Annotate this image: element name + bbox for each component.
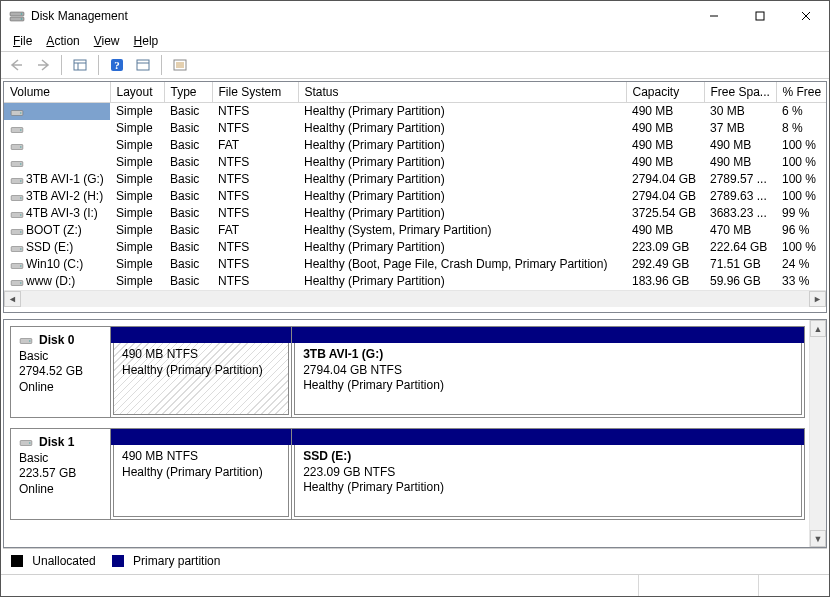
maximize-button[interactable] (737, 1, 783, 31)
scroll-left-icon[interactable]: ◄ (4, 291, 21, 307)
partition-title: 3TB AVI-1 (G:) (303, 347, 793, 363)
legend-primary: Primary partition (112, 554, 221, 568)
cell-free: 222.64 GB (704, 239, 776, 256)
cell-fs: NTFS (212, 256, 298, 273)
partition[interactable]: SSD (E:)223.09 GB NTFSHealthy (Primary P… (291, 429, 804, 519)
volume-cell[interactable]: SSD (E:) (4, 239, 110, 256)
disk-name: Disk 1 (39, 435, 74, 449)
disk-info[interactable]: Disk 1Basic223.57 GBOnline (11, 429, 111, 519)
table-row[interactable]: SimpleBasicNTFSHealthy (Primary Partitio… (4, 103, 826, 120)
volume-cell[interactable]: BOOT (Z:) (4, 222, 110, 239)
table-row[interactable]: SimpleBasicNTFSHealthy (Primary Partitio… (4, 120, 826, 137)
partition-size: 223.09 GB NTFS (303, 465, 793, 481)
table-row[interactable]: 3TB AVI-1 (G:)SimpleBasicNTFSHealthy (Pr… (4, 171, 826, 188)
drive-icon (10, 158, 24, 168)
table-row[interactable]: SimpleBasicNTFSHealthy (Primary Partitio… (4, 154, 826, 171)
show-hide-console-button[interactable] (68, 54, 92, 76)
disk-name: Disk 0 (39, 333, 74, 347)
table-row[interactable]: Win10 (C:)SimpleBasicNTFSHealthy (Boot, … (4, 256, 826, 273)
table-row[interactable]: SimpleBasicFATHealthy (Primary Partition… (4, 137, 826, 154)
col-filesystem[interactable]: File System (212, 82, 298, 103)
partition[interactable]: 3TB AVI-1 (G:)2794.04 GB NTFSHealthy (Pr… (291, 327, 804, 417)
menu-file[interactable]: File (7, 32, 38, 50)
scroll-down-icon[interactable]: ▼ (810, 530, 826, 547)
forward-button[interactable] (31, 54, 55, 76)
volume-cell[interactable]: www (D:) (4, 273, 110, 290)
col-free[interactable]: Free Spa... (704, 82, 776, 103)
cell-pct: 100 % (776, 154, 826, 171)
volume-cell[interactable] (4, 120, 110, 137)
cell-cap: 490 MB (626, 137, 704, 154)
cell-type: Basic (164, 205, 212, 222)
help-button[interactable]: ? (105, 54, 129, 76)
partition[interactable]: 490 MB NTFSHealthy (Primary Partition) (111, 429, 291, 519)
volume-name: BOOT (Z:) (26, 223, 82, 237)
menu-view[interactable]: View (88, 32, 126, 50)
cell-fs: FAT (212, 222, 298, 239)
cell-pct: 100 % (776, 171, 826, 188)
svg-point-38 (20, 265, 22, 267)
back-button[interactable] (5, 54, 29, 76)
table-row[interactable]: www (D:)SimpleBasicNTFSHealthy (Primary … (4, 273, 826, 290)
partition-color-bar (292, 429, 804, 445)
cell-cap: 183.96 GB (626, 273, 704, 290)
horizontal-scrollbar[interactable]: ◄ ► (4, 290, 826, 307)
app-icon (9, 8, 25, 24)
volume-cell[interactable]: 3TB AVI-1 (G:) (4, 171, 110, 188)
vertical-scrollbar[interactable]: ▲ ▼ (809, 320, 826, 547)
view-list-button[interactable] (168, 54, 192, 76)
svg-point-30 (20, 197, 22, 199)
cell-cap: 490 MB (626, 222, 704, 239)
cell-status: Healthy (Primary Partition) (298, 188, 626, 205)
volume-name: 4TB AVI-3 (I:) (26, 206, 98, 220)
menu-action[interactable]: Action (40, 32, 85, 50)
partition-status: Healthy (Primary Partition) (122, 363, 280, 379)
disk-type: Basic (19, 451, 48, 465)
col-capacity[interactable]: Capacity (626, 82, 704, 103)
cell-layout: Simple (110, 273, 164, 290)
cell-status: Healthy (Primary Partition) (298, 273, 626, 290)
partition[interactable]: 490 MB NTFSHealthy (Primary Partition) (111, 327, 291, 417)
partition-color-bar (111, 327, 291, 343)
table-row[interactable]: BOOT (Z:)SimpleBasicFATHealthy (System, … (4, 222, 826, 239)
cell-fs: NTFS (212, 103, 298, 120)
menu-help[interactable]: Help (128, 32, 165, 50)
col-type[interactable]: Type (164, 82, 212, 103)
scroll-right-icon[interactable]: ► (809, 291, 826, 307)
cell-pct: 6 % (776, 103, 826, 120)
volume-cell[interactable]: 4TB AVI-3 (I:) (4, 205, 110, 222)
drive-icon (10, 260, 24, 270)
scrollbar-track[interactable] (21, 291, 809, 307)
table-row[interactable]: 3TB AVI-2 (H:)SimpleBasicNTFSHealthy (Pr… (4, 188, 826, 205)
partition-title: SSD (E:) (303, 449, 793, 465)
cell-pct: 33 % (776, 273, 826, 290)
volume-name: 3TB AVI-1 (G:) (26, 172, 104, 186)
col-status[interactable]: Status (298, 82, 626, 103)
col-pctfree[interactable]: % Free (776, 82, 826, 103)
volume-cell[interactable] (4, 154, 110, 171)
table-row[interactable]: 4TB AVI-3 (I:)SimpleBasicNTFSHealthy (Pr… (4, 205, 826, 222)
partition-color-bar (111, 429, 291, 445)
volume-cell[interactable] (4, 103, 110, 120)
column-header-row: Volume Layout Type File System Status Ca… (4, 82, 826, 103)
svg-point-28 (20, 180, 22, 182)
col-layout[interactable]: Layout (110, 82, 164, 103)
scrollbar-track[interactable] (810, 337, 826, 530)
disk-info[interactable]: Disk 0Basic2794.52 GBOnline (11, 327, 111, 417)
scroll-up-icon[interactable]: ▲ (810, 320, 826, 337)
drive-icon (10, 277, 24, 287)
table-row[interactable]: SSD (E:)SimpleBasicNTFSHealthy (Primary … (4, 239, 826, 256)
volume-cell[interactable]: 3TB AVI-2 (H:) (4, 188, 110, 205)
close-button[interactable] (783, 1, 829, 31)
legend-unallocated-label: Unallocated (32, 554, 95, 568)
cell-cap: 223.09 GB (626, 239, 704, 256)
volume-cell[interactable]: Win10 (C:) (4, 256, 110, 273)
minimize-button[interactable] (691, 1, 737, 31)
disk-size: 223.57 GB (19, 466, 76, 480)
cell-free: 490 MB (704, 154, 776, 171)
volume-cell[interactable] (4, 137, 110, 154)
cell-layout: Simple (110, 222, 164, 239)
properties-button[interactable] (131, 54, 155, 76)
cell-cap: 2794.04 GB (626, 188, 704, 205)
col-volume[interactable]: Volume (4, 82, 110, 103)
